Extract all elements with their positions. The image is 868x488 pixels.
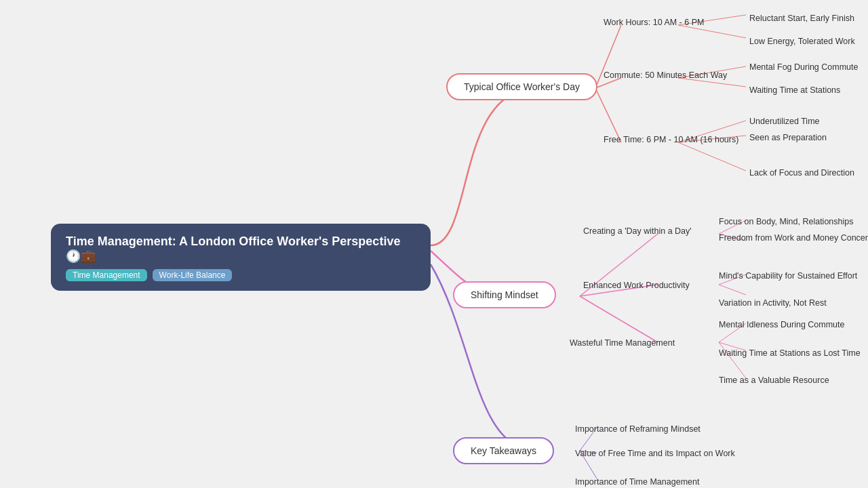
leaf-free-time: Free Time: 6 PM - 10 AM (16 hours) <box>604 132 738 147</box>
branch-takeaways[interactable]: Key Takeaways <box>453 437 554 464</box>
root-tags: Time Management Work-Life Balance <box>66 269 416 281</box>
leaf-waiting-stations: Waiting Time at Stations <box>749 83 840 98</box>
leaf-focus-body: Focus on Body, Mind, Relationships <box>719 214 853 229</box>
mindmap-canvas: Time Management: A London Office Worker'… <box>0 0 868 488</box>
branch-shifting-label: Shifting Mindset <box>471 289 538 300</box>
root-title: Time Management: A London Office Worker'… <box>66 235 416 264</box>
leaf-commute: Commute: 50 Minutes Each Way <box>604 68 727 83</box>
leaf-time-valuable: Time as a Valuable Resource <box>719 373 829 388</box>
leaf-value-free: Value of Free Time and its Impact on Wor… <box>575 446 735 461</box>
branch-typical[interactable]: Typical Office Worker's Day <box>446 73 597 100</box>
leaf-seen-prep: Seen as Preparation <box>749 130 827 145</box>
leaf-mental-fog: Mental Fog During Commute <box>749 60 858 75</box>
leaf-work-hours: Work Hours: 10 AM - 6 PM <box>604 15 704 30</box>
tag-time-management: Time Management <box>66 269 147 281</box>
leaf-importance-time: Importance of Time Management <box>575 474 699 488</box>
leaf-wasteful-time: Wasteful Time Management <box>570 336 675 350</box>
leaf-underutilized: Underutilized Time <box>749 114 820 129</box>
leaf-lack-focus: Lack of Focus and Direction <box>749 165 854 180</box>
leaf-waiting-lost: Waiting Time at Stations as Lost Time <box>719 346 861 361</box>
leaf-minds-cap: Mind's Capability for Sustained Effort <box>719 268 857 283</box>
branch-typical-label: Typical Office Worker's Day <box>464 81 580 92</box>
branch-takeaways-label: Key Takeaways <box>471 445 536 456</box>
leaf-low-energy: Low Energy, Tolerated Work <box>749 34 855 49</box>
leaf-enhanced-work: Enhanced Work Productivity <box>583 278 690 293</box>
leaf-variation: Variation in Activity, Not Rest <box>719 296 827 310</box>
leaf-freedom-work: Freedom from Work and Money Concerns <box>719 230 868 245</box>
branch-shifting[interactable]: Shifting Mindset <box>453 281 556 308</box>
root-node: Time Management: A London Office Worker'… <box>51 224 431 291</box>
leaf-reframing: Importance of Reframing Mindset <box>575 422 701 436</box>
leaf-reluctant: Reluctant Start, Early Finish <box>749 11 854 26</box>
leaf-creating-day: Creating a 'Day within a Day' <box>583 224 692 239</box>
tag-work-life-balance: Work-Life Balance <box>153 269 233 281</box>
leaf-mental-idle: Mental Idleness During Commute <box>719 317 845 332</box>
